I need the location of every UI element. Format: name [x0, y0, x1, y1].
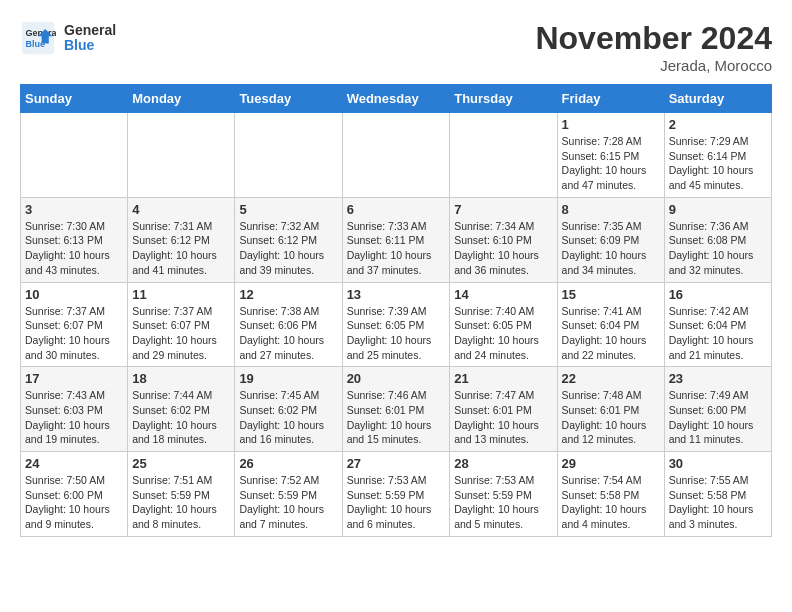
calendar-cell: 2Sunrise: 7:29 AM Sunset: 6:14 PM Daylig… [664, 113, 771, 198]
day-info: Sunrise: 7:32 AM Sunset: 6:12 PM Dayligh… [239, 219, 337, 278]
day-number: 6 [347, 202, 446, 217]
calendar-week-row: 1Sunrise: 7:28 AM Sunset: 6:15 PM Daylig… [21, 113, 772, 198]
day-info: Sunrise: 7:53 AM Sunset: 5:59 PM Dayligh… [454, 473, 552, 532]
calendar-cell [450, 113, 557, 198]
logo-blue: Blue [64, 38, 116, 53]
day-number: 20 [347, 371, 446, 386]
weekday-header-row: SundayMondayTuesdayWednesdayThursdayFrid… [21, 85, 772, 113]
day-info: Sunrise: 7:54 AM Sunset: 5:58 PM Dayligh… [562, 473, 660, 532]
day-info: Sunrise: 7:53 AM Sunset: 5:59 PM Dayligh… [347, 473, 446, 532]
day-info: Sunrise: 7:44 AM Sunset: 6:02 PM Dayligh… [132, 388, 230, 447]
location: Jerada, Morocco [535, 57, 772, 74]
weekday-header: Wednesday [342, 85, 450, 113]
day-info: Sunrise: 7:33 AM Sunset: 6:11 PM Dayligh… [347, 219, 446, 278]
calendar-week-row: 17Sunrise: 7:43 AM Sunset: 6:03 PM Dayli… [21, 367, 772, 452]
day-info: Sunrise: 7:40 AM Sunset: 6:05 PM Dayligh… [454, 304, 552, 363]
day-number: 30 [669, 456, 767, 471]
svg-text:General: General [25, 28, 56, 38]
calendar-cell: 16Sunrise: 7:42 AM Sunset: 6:04 PM Dayli… [664, 282, 771, 367]
calendar-cell: 7Sunrise: 7:34 AM Sunset: 6:10 PM Daylig… [450, 197, 557, 282]
day-info: Sunrise: 7:29 AM Sunset: 6:14 PM Dayligh… [669, 134, 767, 193]
logo-general: General [64, 23, 116, 38]
calendar-cell: 21Sunrise: 7:47 AM Sunset: 6:01 PM Dayli… [450, 367, 557, 452]
calendar-cell: 1Sunrise: 7:28 AM Sunset: 6:15 PM Daylig… [557, 113, 664, 198]
calendar-cell: 15Sunrise: 7:41 AM Sunset: 6:04 PM Dayli… [557, 282, 664, 367]
day-info: Sunrise: 7:50 AM Sunset: 6:00 PM Dayligh… [25, 473, 123, 532]
day-number: 1 [562, 117, 660, 132]
calendar-header: SundayMondayTuesdayWednesdayThursdayFrid… [21, 85, 772, 113]
day-info: Sunrise: 7:49 AM Sunset: 6:00 PM Dayligh… [669, 388, 767, 447]
calendar-cell: 19Sunrise: 7:45 AM Sunset: 6:02 PM Dayli… [235, 367, 342, 452]
day-info: Sunrise: 7:38 AM Sunset: 6:06 PM Dayligh… [239, 304, 337, 363]
page-header: General Blue General Blue November 2024 … [20, 20, 772, 74]
day-info: Sunrise: 7:41 AM Sunset: 6:04 PM Dayligh… [562, 304, 660, 363]
day-info: Sunrise: 7:55 AM Sunset: 5:58 PM Dayligh… [669, 473, 767, 532]
day-number: 5 [239, 202, 337, 217]
day-number: 26 [239, 456, 337, 471]
day-number: 27 [347, 456, 446, 471]
day-number: 28 [454, 456, 552, 471]
calendar-body: 1Sunrise: 7:28 AM Sunset: 6:15 PM Daylig… [21, 113, 772, 537]
calendar-cell: 11Sunrise: 7:37 AM Sunset: 6:07 PM Dayli… [128, 282, 235, 367]
calendar-cell: 10Sunrise: 7:37 AM Sunset: 6:07 PM Dayli… [21, 282, 128, 367]
day-number: 10 [25, 287, 123, 302]
day-number: 23 [669, 371, 767, 386]
logo-icon: General Blue [20, 20, 56, 56]
day-info: Sunrise: 7:36 AM Sunset: 6:08 PM Dayligh… [669, 219, 767, 278]
weekday-header: Friday [557, 85, 664, 113]
day-number: 14 [454, 287, 552, 302]
calendar-cell: 9Sunrise: 7:36 AM Sunset: 6:08 PM Daylig… [664, 197, 771, 282]
calendar-table: SundayMondayTuesdayWednesdayThursdayFrid… [20, 84, 772, 537]
calendar-cell: 26Sunrise: 7:52 AM Sunset: 5:59 PM Dayli… [235, 452, 342, 537]
calendar-cell [342, 113, 450, 198]
day-number: 12 [239, 287, 337, 302]
calendar-cell: 13Sunrise: 7:39 AM Sunset: 6:05 PM Dayli… [342, 282, 450, 367]
calendar-cell: 14Sunrise: 7:40 AM Sunset: 6:05 PM Dayli… [450, 282, 557, 367]
calendar-cell [235, 113, 342, 198]
weekday-header: Sunday [21, 85, 128, 113]
calendar-cell: 24Sunrise: 7:50 AM Sunset: 6:00 PM Dayli… [21, 452, 128, 537]
calendar-cell: 30Sunrise: 7:55 AM Sunset: 5:58 PM Dayli… [664, 452, 771, 537]
day-number: 16 [669, 287, 767, 302]
day-info: Sunrise: 7:43 AM Sunset: 6:03 PM Dayligh… [25, 388, 123, 447]
day-info: Sunrise: 7:42 AM Sunset: 6:04 PM Dayligh… [669, 304, 767, 363]
day-number: 24 [25, 456, 123, 471]
day-info: Sunrise: 7:30 AM Sunset: 6:13 PM Dayligh… [25, 219, 123, 278]
day-info: Sunrise: 7:37 AM Sunset: 6:07 PM Dayligh… [132, 304, 230, 363]
calendar-cell [128, 113, 235, 198]
day-number: 8 [562, 202, 660, 217]
day-number: 9 [669, 202, 767, 217]
logo: General Blue General Blue [20, 20, 116, 56]
calendar-cell: 5Sunrise: 7:32 AM Sunset: 6:12 PM Daylig… [235, 197, 342, 282]
calendar-cell: 6Sunrise: 7:33 AM Sunset: 6:11 PM Daylig… [342, 197, 450, 282]
calendar-cell: 27Sunrise: 7:53 AM Sunset: 5:59 PM Dayli… [342, 452, 450, 537]
day-number: 25 [132, 456, 230, 471]
day-number: 21 [454, 371, 552, 386]
day-number: 4 [132, 202, 230, 217]
day-info: Sunrise: 7:37 AM Sunset: 6:07 PM Dayligh… [25, 304, 123, 363]
calendar-cell: 25Sunrise: 7:51 AM Sunset: 5:59 PM Dayli… [128, 452, 235, 537]
calendar-cell: 4Sunrise: 7:31 AM Sunset: 6:12 PM Daylig… [128, 197, 235, 282]
weekday-header: Saturday [664, 85, 771, 113]
calendar-week-row: 24Sunrise: 7:50 AM Sunset: 6:00 PM Dayli… [21, 452, 772, 537]
day-number: 2 [669, 117, 767, 132]
day-info: Sunrise: 7:45 AM Sunset: 6:02 PM Dayligh… [239, 388, 337, 447]
day-info: Sunrise: 7:48 AM Sunset: 6:01 PM Dayligh… [562, 388, 660, 447]
calendar-week-row: 10Sunrise: 7:37 AM Sunset: 6:07 PM Dayli… [21, 282, 772, 367]
day-number: 29 [562, 456, 660, 471]
day-info: Sunrise: 7:31 AM Sunset: 6:12 PM Dayligh… [132, 219, 230, 278]
day-info: Sunrise: 7:35 AM Sunset: 6:09 PM Dayligh… [562, 219, 660, 278]
calendar-cell: 12Sunrise: 7:38 AM Sunset: 6:06 PM Dayli… [235, 282, 342, 367]
day-number: 7 [454, 202, 552, 217]
day-number: 13 [347, 287, 446, 302]
calendar-cell [21, 113, 128, 198]
calendar-cell: 23Sunrise: 7:49 AM Sunset: 6:00 PM Dayli… [664, 367, 771, 452]
day-info: Sunrise: 7:51 AM Sunset: 5:59 PM Dayligh… [132, 473, 230, 532]
calendar-cell: 28Sunrise: 7:53 AM Sunset: 5:59 PM Dayli… [450, 452, 557, 537]
day-info: Sunrise: 7:28 AM Sunset: 6:15 PM Dayligh… [562, 134, 660, 193]
day-number: 11 [132, 287, 230, 302]
day-number: 18 [132, 371, 230, 386]
weekday-header: Tuesday [235, 85, 342, 113]
day-number: 22 [562, 371, 660, 386]
day-info: Sunrise: 7:46 AM Sunset: 6:01 PM Dayligh… [347, 388, 446, 447]
